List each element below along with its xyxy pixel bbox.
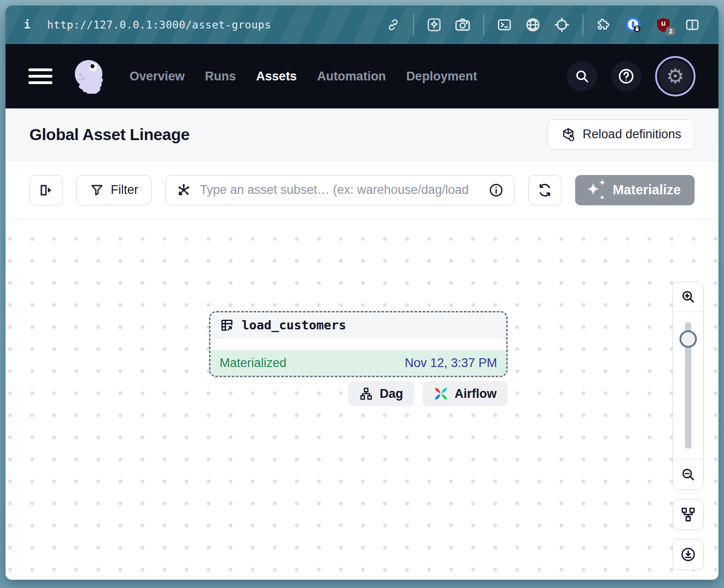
menu-hamburger-icon[interactable] — [28, 68, 52, 84]
themes-icon[interactable] — [426, 17, 442, 33]
filter-funnel-icon — [90, 183, 104, 198]
page-title: Global Asset Lineage — [29, 125, 190, 144]
rearrange-layout-button[interactable] — [673, 499, 704, 530]
zoom-in-icon — [680, 289, 696, 305]
refresh-icon — [537, 182, 553, 198]
toolbar-divider — [413, 14, 414, 35]
open-sidebar-button[interactable] — [29, 175, 62, 205]
nav-item-automation[interactable]: Automation — [317, 69, 386, 84]
lineage-canvas[interactable]: load_customers Materialized Nov 12, 3:37… — [6, 220, 718, 580]
asset-node-header: load_customers — [210, 312, 506, 338]
sparkles-icon: ✦ ✦ ✦ — [587, 180, 605, 200]
browser-toolbar: i http://127.0.0.1:3000/asset-groups — [6, 6, 718, 44]
filter-button[interactable]: Filter — [76, 175, 152, 205]
screenshot-icon[interactable] — [454, 17, 471, 33]
download-icon — [680, 546, 696, 563]
app-navbar: Overview Runs Assets Automation Deployme… — [6, 44, 718, 108]
help-button[interactable] — [611, 61, 641, 91]
nav-item-overview[interactable]: Overview — [130, 69, 185, 84]
filter-label: Filter — [111, 183, 138, 197]
download-image-button[interactable] — [673, 539, 704, 570]
settings-button[interactable]: ⚙ — [659, 60, 692, 93]
main-nav: Overview Runs Assets Automation Deployme… — [130, 69, 477, 84]
expand-panel-icon — [38, 182, 54, 198]
password-manager-icon[interactable] — [624, 16, 642, 34]
nav-item-runs[interactable]: Runs — [205, 69, 236, 84]
reload-definitions-label: Reload definitions — [583, 127, 681, 141]
dag-hierarchy-icon — [359, 387, 373, 401]
lineage-toolbar: Filter ✦ ✦ ✦ Materialize — [6, 161, 718, 220]
split-view-icon[interactable] — [684, 17, 700, 33]
picker-target-icon[interactable] — [554, 17, 570, 33]
info-icon[interactable] — [488, 182, 504, 198]
zoom-slider-thumb[interactable] — [679, 330, 697, 348]
ublock-badge-count: 2 — [666, 27, 675, 35]
copy-link-icon[interactable] — [386, 17, 401, 32]
svg-text:u: u — [661, 19, 666, 27]
materialize-button[interactable]: ✦ ✦ ✦ Materialize — [575, 175, 695, 205]
toolbar-divider — [483, 14, 484, 35]
app-window: i http://127.0.0.1:3000/asset-groups — [6, 6, 718, 580]
terminal-icon[interactable] — [497, 17, 512, 33]
zoom-slider[interactable] — [673, 312, 703, 459]
zoom-in-button[interactable] — [673, 282, 703, 312]
page-info-icon[interactable]: i — [24, 18, 30, 31]
refresh-button[interactable] — [528, 175, 561, 205]
help-icon — [617, 68, 635, 85]
reload-cube-icon — [560, 127, 576, 142]
url-address[interactable]: http://127.0.0.1:3000/asset-groups — [47, 19, 271, 31]
asset-name: load_customers — [242, 318, 346, 332]
materialized-status: Materialized — [220, 356, 287, 370]
materialize-label: Materialize — [613, 182, 681, 198]
materialized-timestamp: Nov 12, 3:37 PM — [405, 356, 497, 370]
observable-table-icon — [220, 318, 234, 333]
globe-icon[interactable] — [525, 17, 541, 33]
tag-airflow-label: Airflow — [455, 387, 497, 401]
zoom-out-button[interactable] — [673, 459, 703, 489]
tag-airflow[interactable]: Airflow — [423, 381, 508, 406]
airflow-logo-icon — [434, 386, 448, 401]
tag-dag-label: Dag — [379, 387, 403, 401]
asset-subset-input[interactable] — [200, 183, 480, 197]
search-button[interactable] — [567, 61, 597, 91]
ublock-shield-icon[interactable]: u 2 — [655, 16, 672, 34]
reload-definitions-button[interactable]: Reload definitions — [547, 119, 695, 150]
extensions-puzzle-icon[interactable] — [596, 17, 611, 33]
dagster-logo[interactable] — [71, 57, 107, 96]
zoom-out-icon — [680, 467, 696, 482]
asset-node-body — [210, 338, 506, 350]
search-icon — [574, 68, 590, 84]
gear-icon: ⚙ — [666, 66, 684, 86]
asset-status-row: Materialized Nov 12, 3:37 PM — [210, 350, 506, 376]
asset-graph-icon — [176, 182, 192, 198]
nav-item-deployment[interactable]: Deployment — [406, 69, 477, 84]
zoom-controls — [673, 281, 704, 490]
settings-focus-ring: ⚙ — [655, 56, 696, 96]
toolbar-divider — [583, 14, 583, 35]
asset-selection-box — [165, 175, 515, 205]
nav-item-assets[interactable]: Assets — [256, 69, 297, 84]
asset-tags: Dag Airflow — [209, 381, 508, 406]
graph-layout-icon — [680, 507, 696, 522]
asset-node-load-customers[interactable]: load_customers Materialized Nov 12, 3:37… — [209, 311, 508, 377]
page-header: Global Asset Lineage Reload definitions — [6, 108, 718, 161]
tag-dag[interactable]: Dag — [348, 381, 414, 406]
